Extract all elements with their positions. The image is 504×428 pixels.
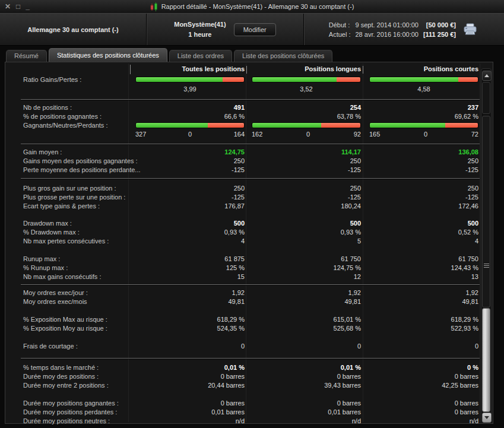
header-tick	[363, 66, 363, 74]
stat-row-label: Nb max pertes consécutives :	[23, 237, 109, 245]
stat-row-label: Ratio Gains/Pertes :	[23, 76, 81, 83]
bar-red-segment	[321, 123, 360, 128]
stat-value: 15	[237, 273, 245, 280]
stat-value: -125	[465, 166, 478, 173]
stat-value: 250	[234, 157, 245, 164]
stat-value: 49,81	[344, 298, 361, 305]
stat-value: 3,99	[154, 85, 226, 93]
stat-section: Gain moyen :124,75114,17136,08Gains moye…	[5, 148, 481, 178]
stat-value: 164	[234, 131, 245, 138]
stat-value: 61 750	[458, 255, 478, 262]
win-neutral-loss-counts: 162092	[252, 131, 361, 138]
header-tick	[130, 65, 131, 74]
scrollbar-thumb-outline[interactable]	[482, 116, 490, 307]
scroll-down-button[interactable]	[482, 413, 492, 423]
stat-row: Durée moy positions perdantes :0,01 barr…	[5, 408, 481, 417]
print-icon[interactable]	[462, 23, 478, 36]
stat-value: 0 barres	[455, 408, 478, 416]
maximize-button[interactable]: □	[16, 1, 20, 12]
section-divider	[21, 144, 480, 144]
tab-liste-des-positions-cloturees[interactable]: Liste des positions clôturées	[234, 50, 332, 62]
bar-red-segment	[337, 77, 360, 82]
stat-value: 20,44 barres	[208, 382, 245, 389]
stat-row-label: % temps dans le marché :	[23, 364, 99, 371]
stat-value: 124,75 %	[334, 264, 361, 271]
win-neutral-loss-counts: 165072	[369, 131, 478, 138]
minimize-button[interactable]: _	[26, 1, 30, 12]
vertical-scrollbar[interactable]	[481, 68, 492, 421]
stat-section: Moy ordres exec/jour :1,921,921,92Moy or…	[5, 288, 481, 306]
stat-row-label: % Exposition Max au risque :	[23, 316, 107, 323]
stat-value: 1,92	[466, 289, 478, 296]
stat-row-label: Gagnants/Neutres/Perdants :	[23, 122, 107, 129]
section-divider	[21, 178, 480, 179]
stat-value: 124,75	[224, 148, 245, 156]
stat-value: 125 %	[226, 264, 245, 271]
gains-losses-bar	[135, 77, 245, 83]
stat-value: 237	[468, 104, 478, 111]
stat-row-label: Perte moyenne des positions perdante...	[23, 166, 141, 173]
stat-row: Ecart type gains & pertes :176,87180,241…	[5, 202, 481, 211]
stat-row: Perte moyenne des positions perdante...-…	[5, 166, 481, 175]
stat-value: 176,87	[224, 202, 245, 210]
stat-value: 0,93 %	[224, 229, 245, 236]
scrollbar-track-segment[interactable]	[482, 82, 490, 114]
tab-statistiques-des-positions-cloturees[interactable]: Statistiques des positions clôturées	[49, 48, 167, 62]
stat-value: 250	[468, 185, 478, 192]
stat-row: Gains moyen des positions gagnantes :250…	[5, 157, 481, 166]
close-button[interactable]: ✕	[5, 1, 11, 12]
stat-value: 12	[354, 273, 361, 280]
stat-value: 0 barres	[455, 400, 478, 407]
stat-value: 0,01 %	[341, 364, 361, 371]
stat-value: 618,29 %	[451, 316, 478, 323]
stat-section: Drawdown max :500500500% Drawdown max :0…	[5, 219, 481, 246]
tab-liste-des-ordres[interactable]: Liste des ordres	[169, 50, 232, 62]
bar-red-segment	[223, 77, 244, 82]
stat-row: Nb max gains consécutifs :151213	[5, 272, 481, 281]
column-header: Positions courtes	[424, 65, 478, 72]
stat-value: 0 %	[467, 364, 478, 371]
stat-row: % temps dans le marché :0,01 %0,01 %0 %	[5, 363, 481, 372]
stat-section: Durée moy positions gagnantes :0 barres0…	[5, 399, 481, 426]
stat-value: 0,01 %	[224, 364, 245, 371]
stat-row: Gain moyen :124,75114,17136,08	[5, 148, 481, 157]
stat-value: 66,6 %	[224, 113, 245, 120]
bar-green-segment	[370, 123, 445, 128]
stat-value: 500	[234, 220, 245, 227]
modify-button[interactable]: Modifier	[234, 23, 276, 36]
stat-row: Frais de courtage :000	[5, 342, 481, 351]
statistics-table: Toutes les positionsPositions longuesPos…	[5, 62, 481, 426]
bar-green-segment	[370, 77, 458, 82]
stat-section: Ratio Gains/Pertes :3,993,524,58	[5, 75, 481, 99]
stat-value: -125	[348, 194, 361, 201]
stat-row: Gagnants/Neutres/Perdants :	[5, 121, 481, 130]
bar-red-segment	[458, 77, 478, 82]
stat-row: Plus grosse perte sur une position :-125…	[5, 193, 481, 202]
stat-row-label: Runup max :	[23, 255, 60, 262]
scroll-up-button[interactable]	[482, 71, 492, 81]
stat-row-label: Ecart type gains & pertes :	[23, 202, 100, 210]
stat-row: Drawdown max :500500500	[5, 219, 481, 228]
stat-value: 42,25 barres	[442, 382, 478, 389]
bar-red-segment	[208, 123, 244, 128]
scroll-down-icon	[484, 416, 489, 419]
scrollbar-thumb[interactable]	[482, 308, 490, 412]
instrument-name: Allemagne 30 au comptant (-)	[27, 26, 118, 33]
section-divider	[21, 358, 480, 359]
stat-value: 180,24	[341, 202, 361, 210]
stat-row: % de positions gagnantes :66,6 %63,78 %6…	[5, 112, 481, 121]
report-window: ✕ □ _ Rapport détaillé - MonSystème(41) …	[0, 0, 504, 428]
bar-green-segment	[252, 123, 321, 128]
stat-value: 250	[468, 157, 478, 164]
window-titlebar: ✕ □ _ Rapport détaillé - MonSystème(41) …	[0, 0, 504, 13]
current-label: Actuel :	[329, 31, 351, 38]
stat-section: Plus gros gain sur une position :2502502…	[5, 184, 481, 211]
stat-row: % Exposition Max au risque :618,29 %615,…	[5, 315, 481, 324]
tab-resume[interactable]: Résumé	[6, 50, 47, 62]
stat-value: 524,35 %	[217, 325, 245, 332]
stat-value: 500	[468, 220, 478, 227]
stat-row: Durée moy positions gagnantes :0 barres0…	[5, 399, 481, 408]
bar-green-segment	[136, 123, 208, 128]
section-divider	[21, 99, 480, 100]
stat-value: 162	[252, 131, 262, 138]
